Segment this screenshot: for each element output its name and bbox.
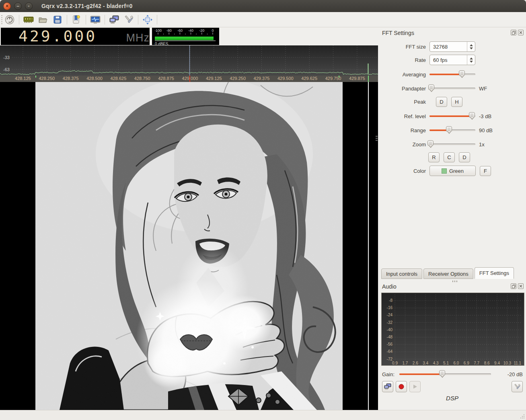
close-icon: [519, 285, 522, 288]
gain-row: Gain: -20 dB: [382, 369, 523, 379]
slider-handle[interactable]: [428, 84, 434, 90]
spectrum-display[interactable]: -33 -63: [0, 45, 378, 76]
svg-text:8.6: 8.6: [484, 361, 490, 365]
audio-options-button[interactable]: [512, 381, 523, 392]
averaging-label: Averaging: [378, 72, 426, 78]
dsp-button[interactable]: DSP: [378, 395, 526, 402]
gain-slider[interactable]: [399, 370, 491, 379]
vertical-splitter-handle[interactable]: [376, 136, 378, 141]
close-icon: [519, 31, 522, 34]
save-button[interactable]: [50, 13, 65, 26]
toolbar-separator: [19, 15, 19, 25]
slider-handle[interactable]: [446, 126, 452, 132]
frequency-display[interactable]: 429.000 000 MHz: [1, 28, 150, 45]
averaging-slider[interactable]: [429, 70, 475, 79]
svg-text:2.6: 2.6: [413, 361, 418, 365]
tab-receiver-options[interactable]: Receiver Options: [423, 268, 473, 279]
gqrx-window: × – ▫ Gqrx v2.3.2-171-g2f42 - bladerf=0: [0, 0, 526, 420]
peak-hold-button[interactable]: H: [451, 97, 462, 107]
waterfall-artwork: [35, 82, 343, 410]
slider-handle[interactable]: [427, 140, 434, 146]
power-button[interactable]: [2, 13, 17, 26]
slider-handle[interactable]: [459, 70, 465, 76]
tab-input-controls[interactable]: Input controls: [381, 268, 422, 279]
spinbox-arrows[interactable]: [467, 42, 475, 51]
range-slider[interactable]: [429, 126, 475, 135]
toolbar-separator: [138, 15, 138, 25]
svg-text:10.3: 10.3: [503, 361, 512, 365]
rate-spinbox[interactable]: 60 fps: [429, 55, 475, 65]
audio-fft-plot: -8-16-24-32-40-48-56-64-720.91.72.63.44.…: [382, 293, 524, 365]
zoom-reset-button[interactable]: R: [428, 152, 440, 162]
frequency-scale-tick: 428.750: [134, 76, 150, 81]
titlebar[interactable]: × – ▫ Gqrx v2.3.2-171-g2f42 - bladerf=0: [0, 0, 526, 12]
svg-text:6.9: 6.9: [464, 361, 469, 365]
audio-dock-close-button[interactable]: [518, 283, 524, 289]
floppy-disk-icon: [53, 15, 62, 24]
slider-handle[interactable]: [439, 370, 445, 376]
zoom-slider[interactable]: [429, 140, 475, 149]
audio-record-button[interactable]: [396, 381, 407, 392]
fill-toggle-button[interactable]: F: [480, 166, 491, 176]
frequency-scale-tick: 429.125: [206, 76, 222, 81]
spinbox-arrows[interactable]: [467, 55, 475, 65]
bookmarks-button[interactable]: [69, 13, 84, 26]
frequency-scale-tick: 429.375: [254, 76, 270, 81]
svg-text:4.3: 4.3: [433, 361, 439, 365]
waterfall-display[interactable]: [0, 82, 378, 410]
toolbar: [0, 12, 526, 27]
audio-fft-display[interactable]: -8-16-24-32-40-48-56-64-720.91.72.63.44.…: [381, 293, 524, 366]
svg-text:3.4: 3.4: [423, 361, 428, 365]
audio-play-button[interactable]: [409, 381, 421, 392]
pandapter-slider[interactable]: [429, 84, 475, 93]
tab-fft-settings[interactable]: FFT Settings: [475, 267, 514, 279]
tools-button[interactable]: [121, 13, 136, 26]
frequency-scale-tick: 428.875: [158, 76, 174, 81]
ref-level-slider[interactable]: [429, 112, 475, 121]
svg-text:-48: -48: [387, 335, 393, 339]
dock-tab-bar: Input controlsReceiver OptionsFFT Settin…: [381, 267, 524, 279]
audio-stream-button[interactable]: [382, 381, 393, 392]
minimize-button[interactable]: –: [14, 2, 22, 10]
frequency-scale-tick: 428.250: [39, 76, 55, 81]
fft-dock-float-button[interactable]: [511, 30, 516, 35]
open-button[interactable]: [36, 13, 50, 26]
svg-text:7.7: 7.7: [474, 361, 479, 365]
slider-handle[interactable]: [469, 112, 475, 118]
close-button[interactable]: ×: [3, 2, 11, 10]
fullscreen-button[interactable]: [140, 13, 155, 26]
io-devices-button[interactable]: [21, 13, 36, 26]
svg-text:-100: -100: [155, 29, 162, 33]
record-dot-icon: [399, 384, 404, 389]
frequency-row: 429.000 000 MHz -100-80-60-40-200 0 dBFS: [0, 27, 378, 45]
pandapter-wf-label: WF: [479, 86, 487, 92]
zoom-demod-button[interactable]: D: [459, 152, 470, 162]
resize-grip[interactable]: [520, 414, 525, 419]
svg-text:-72: -72: [387, 357, 393, 361]
svg-text:5.1: 5.1: [443, 361, 449, 365]
window-title: Gqrx v2.3.2-171-g2f42 - bladerf=0: [41, 3, 132, 9]
maximize-button[interactable]: ▫: [25, 2, 33, 10]
audio-dock-float-button[interactable]: [511, 283, 516, 289]
computers-icon: [109, 15, 119, 25]
frequency-scale-tick: 429.250: [230, 76, 246, 81]
tuning-marker: [189, 76, 190, 82]
remote-control-button[interactable]: [107, 13, 121, 26]
frequency-unit: MHz: [126, 32, 150, 44]
signal-meter: -100-80-60-40-200 0 dBFS: [152, 28, 219, 45]
peak-detect-button[interactable]: D: [436, 97, 447, 107]
bookmark-icon: [72, 15, 81, 25]
band-edge-marker: [368, 76, 369, 82]
fft-display-button[interactable]: [88, 13, 103, 26]
fft-size-spinbox[interactable]: 32768: [429, 41, 475, 52]
toolbar-separator: [157, 15, 157, 25]
spectrum-db-tick: -63: [3, 67, 10, 72]
zoom-center-button[interactable]: C: [444, 152, 455, 162]
frequency-scale[interactable]: 428.125428.250428.375428.500428.625428.7…: [0, 76, 378, 82]
color-select[interactable]: Green: [429, 166, 476, 176]
fft-dock-close-button[interactable]: [518, 30, 524, 35]
horizontal-splitter-handle[interactable]: [452, 281, 458, 282]
band-edge-marker: [35, 76, 36, 78]
svg-text:-40: -40: [387, 328, 393, 332]
svg-text:0.9: 0.9: [392, 361, 398, 365]
